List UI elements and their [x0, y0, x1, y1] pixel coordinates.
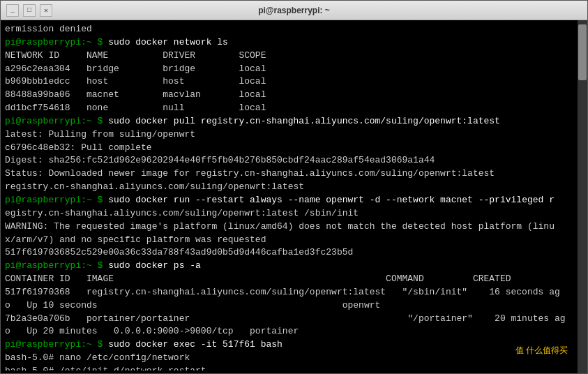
- close-button[interactable]: ✕: [40, 4, 52, 17]
- terminal-line: 517f61970368 registry.cn-shanghai.aliyun…: [5, 286, 583, 299]
- terminal-window: _ □ ✕ pi@raspberrypi: ~ ermission denied…: [0, 0, 588, 374]
- command-text: sudo docker pull registry.cn-shanghai.al…: [108, 116, 500, 126]
- terminal-line: x/arm/v7) and no specific platform was r…: [5, 234, 583, 247]
- terminal-output: ermission deniedpi@raspberrypi:~ $ sudo …: [5, 23, 583, 371]
- command-text: sudo docker network ls: [108, 37, 228, 47]
- minimize-button[interactable]: _: [6, 4, 19, 17]
- window-controls[interactable]: _ □ ✕: [6, 4, 52, 17]
- prompt-text: pi@raspberrypi:~ $: [5, 195, 108, 205]
- terminal-line: pi@raspberrypi:~ $ sudo docker exec -it …: [5, 338, 583, 352]
- prompt-text: pi@raspberrypi:~ $: [5, 116, 108, 126]
- terminal-line: 7b2a3e0a706b portainer/portainer "/porta…: [5, 313, 583, 326]
- terminal-line: latest: Pulling from suling/openwrt: [5, 128, 583, 142]
- terminal-line: bash-5.0# nano /etc/config/network: [5, 352, 583, 365]
- terminal-line: Status: Downloaded newer image for regis…: [5, 167, 583, 181]
- scrollbar[interactable]: [578, 20, 587, 373]
- command-text: sudo docker ps -a: [108, 260, 201, 271]
- terminal-line: bash-5.0# /etc/init.d/network restart: [5, 365, 583, 371]
- terminal-line: a296c2eaa304 bridge bridge local: [5, 63, 583, 76]
- titlebar: _ □ ✕ pi@raspberrypi: ~: [1, 1, 587, 20]
- scroll-thumb[interactable]: [578, 24, 587, 80]
- prompt-text: pi@raspberrypi:~ $: [5, 260, 108, 271]
- terminal-line: b969bbb1edcc host host local: [5, 75, 583, 89]
- prompt-text: pi@raspberrypi:~ $: [5, 37, 108, 47]
- terminal-line: 88488a99ba06 macnet macvlan local: [5, 89, 583, 102]
- watermark: 值 什么值得买: [510, 342, 573, 359]
- terminal-line: registry.cn-shanghai.aliyuncs.com/suling…: [5, 181, 583, 194]
- terminal-line: CONTAINER ID IMAGE COMMAND CREATED: [5, 273, 583, 286]
- terminal-line: WARNING: The requested image's platform …: [5, 220, 583, 234]
- window-title: pi@raspberrypi: ~: [258, 6, 330, 15]
- terminal-line: dd1bcf754618 none null local: [5, 102, 583, 115]
- terminal-line: pi@raspberrypi:~ $ sudo docker run --res…: [5, 194, 583, 207]
- terminal-line: pi@raspberrypi:~ $ sudo docker ps -a: [5, 260, 583, 273]
- terminal-line: c6796c48eb32: Pull complete: [5, 142, 583, 155]
- terminal-line: o Up 20 minutes 0.0.0.0:9000->9000/tcp p…: [5, 325, 583, 338]
- command-text: sudo docker exec -it 517f61 bash: [108, 339, 282, 350]
- terminal-line: o Up 10 seconds openwrt: [5, 299, 583, 313]
- terminal-line: NETWORK ID NAME DRIVER SCOPE: [5, 50, 583, 63]
- terminal-line: pi@raspberrypi:~ $ sudo docker network l…: [5, 36, 583, 50]
- terminal-line: Digest: sha256:fc521d962e96202944e40ff5f…: [5, 154, 583, 167]
- terminal-line: egistry.cn-shanghai.aliyuncs.com/suling/…: [5, 207, 583, 220]
- terminal-body[interactable]: ermission deniedpi@raspberrypi:~ $ sudo …: [1, 20, 587, 373]
- terminal-line: pi@raspberrypi:~ $ sudo docker pull regi…: [5, 115, 583, 128]
- maximize-button[interactable]: □: [23, 4, 36, 17]
- command-text: sudo docker run --restart always --name …: [108, 195, 555, 205]
- terminal-line: ermission denied: [5, 23, 583, 36]
- terminal-line: 517f6197036852c529e00a36c33da788f43ad9d0…: [5, 246, 583, 260]
- prompt-text: pi@raspberrypi:~ $: [5, 339, 108, 350]
